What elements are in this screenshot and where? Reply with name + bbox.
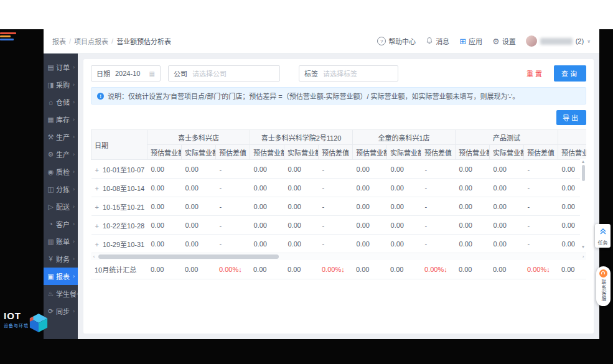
sidebar-item-warehouse[interactable]: ⌂仓储›	[44, 93, 78, 111]
chevron-right-icon: ›	[73, 116, 75, 123]
horizontal-scrollbar[interactable]: ‹ ›	[91, 253, 586, 260]
cell-value: 0.00	[250, 179, 284, 197]
cell-value: 0.00	[456, 235, 490, 253]
cell-value: -	[421, 160, 456, 179]
sidebar: ▤订单›◨采购›⌂仓储›▦库存›⚒生产›⚙生产›◉质检›◫分拣›▷配送›◔客户›…	[44, 54, 78, 339]
sidebar-item-sorting[interactable]: ◫分拣›	[44, 180, 78, 198]
breadcrumb-item[interactable]: 营业额预估分析表	[116, 36, 171, 46]
cell-value: -	[319, 197, 353, 216]
finance-icon: ¥	[47, 255, 55, 263]
cell-value: 0.00	[147, 179, 182, 197]
sidebar-menu: ▤订单›◨采购›⌂仓储›▦库存›⚒生产›⚙生产›◉质检›◫分拣›▷配送›◔客户›…	[44, 58, 78, 320]
sidebar-item-production-2[interactable]: ⚙生产›	[44, 146, 78, 163]
sidebar-item-reports[interactable]: ▣报表›	[44, 268, 78, 285]
sidebar-item-inventory[interactable]: ▦库存›	[44, 111, 78, 128]
export-button[interactable]: 导出	[556, 110, 586, 125]
sidebar-item-purchasing[interactable]: ◨采购›	[44, 76, 78, 93]
sidebar-item-label: 订单	[56, 62, 70, 72]
scroll-right-icon[interactable]: ›	[580, 253, 586, 260]
tag-label: 标签	[304, 68, 318, 78]
sidebar-item-finance[interactable]: ¥财务›	[44, 250, 78, 268]
row-period-cell[interactable]: +10-08至10-14	[91, 179, 147, 197]
expand-plus-icon[interactable]: +	[95, 203, 99, 211]
sidebar-item-student-meals[interactable]: ♨学生餐›	[44, 285, 78, 302]
cell-value: -	[524, 235, 558, 253]
sub-header: 实际营业额	[490, 145, 524, 160]
apps-button[interactable]: ⊞ 应用	[459, 36, 482, 46]
sidebar-item-delivery[interactable]: ▷配送›	[44, 198, 78, 215]
vertical-scrollbar[interactable]: ▲ ▼	[580, 159, 586, 250]
expand-plus-icon[interactable]: +	[95, 222, 99, 230]
user-menu[interactable]: (2) ∨	[526, 35, 591, 47]
gear-icon: ⚙	[492, 37, 500, 45]
vscroll-thumb[interactable]	[582, 165, 585, 181]
scroll-up-icon[interactable]: ▲	[581, 159, 586, 164]
row-period: 10-22至10-28	[103, 222, 144, 230]
summary-cell-value: 0.00	[181, 260, 215, 279]
messages-button[interactable]: 消息	[426, 36, 449, 46]
billing-icon: ▥	[47, 238, 55, 246]
app-body: ▤订单›◨采购›⌂仓储›▦库存›⚒生产›⚙生产›◉质检›◫分拣›▷配送›◔客户›…	[44, 54, 599, 339]
sub-header: 预估差值	[524, 145, 558, 160]
breadcrumb-item[interactable]: 项目点报表	[74, 36, 108, 46]
row-period-cell[interactable]: +10-15至10-21	[91, 197, 147, 216]
quality-icon: ◉	[47, 168, 55, 176]
settings-button[interactable]: ⚙ 设置	[492, 36, 516, 46]
cell-value: 0.00	[387, 216, 421, 235]
breadcrumb: 报表/项目点报表/营业额预估分析表	[52, 36, 171, 46]
cell-value: 0.00	[147, 160, 182, 179]
cell-value: -	[216, 160, 250, 179]
chevron-right-icon: ›	[73, 238, 75, 245]
sidebar-item-quality[interactable]: ◉质检›	[44, 163, 78, 180]
chevron-right-icon: ›	[73, 273, 75, 279]
scroll-down-icon[interactable]: ▼	[581, 244, 586, 250]
row-period-cell[interactable]: +10-01至10-07	[91, 160, 147, 179]
contact-service-button[interactable]: 联系客服	[596, 266, 611, 306]
company-select[interactable]: 公司 请选择公司	[168, 65, 280, 82]
chevron-right-icon: ›	[73, 203, 75, 210]
scroll-left-icon[interactable]: ‹	[91, 253, 97, 260]
hscroll-track[interactable]	[97, 254, 580, 259]
sidebar-item-label: 同步	[56, 306, 70, 316]
cell-value: 0.00	[284, 197, 319, 216]
sidebar-item-billing[interactable]: ▥账单›	[44, 233, 78, 250]
summary-cell-value: 0.00%↓	[318, 260, 352, 279]
sidebar-item-sync[interactable]: ⟳同步›	[44, 302, 78, 320]
expand-plus-icon[interactable]: +	[95, 166, 99, 174]
cell-value: 0.00	[353, 235, 387, 253]
help-center-button[interactable]: ? 帮助中心	[377, 36, 416, 46]
cube-logo-icon	[29, 312, 49, 337]
table-row: +10-22至10-280.000.00-0.000.00-0.000.00-0…	[91, 216, 587, 235]
sidebar-item-customers[interactable]: ◔客户›	[44, 215, 78, 233]
chevron-right-icon: ›	[73, 99, 75, 105]
hscroll-thumb[interactable]	[98, 254, 279, 259]
summary-cell-value: 0.00	[455, 260, 489, 279]
chevron-right-icon: ›	[73, 221, 75, 227]
cell-value: 0.00	[250, 235, 284, 253]
cell-value: 0.00	[490, 197, 524, 216]
reset-button[interactable]: 重置	[523, 65, 548, 82]
row-period-cell[interactable]: +10-22至10-28	[91, 216, 147, 235]
summary-cell-value: 0.00	[489, 260, 523, 279]
filter-bar: 日期 2024-10 ▦ 公司 请选择公司 标签 请选择标签	[91, 65, 586, 82]
summary-cell-value: 0.00	[386, 260, 421, 279]
cell-value: 0.00	[456, 197, 490, 216]
cell-value: 0.00	[182, 197, 216, 216]
sidebar-item-orders[interactable]: ▤订单›	[44, 58, 78, 76]
date-picker[interactable]: 日期 2024-10 ▦	[91, 65, 161, 82]
sidebar-item-label: 仓储	[56, 97, 70, 107]
cell-value: 0.00	[490, 235, 524, 253]
breadcrumb-item[interactable]: 报表	[52, 36, 66, 46]
task-float-button[interactable]: 任务	[595, 224, 611, 248]
expand-plus-icon[interactable]: +	[95, 185, 99, 192]
table-row: +10-15至10-210.000.00-0.000.00-0.000.00-0…	[91, 197, 587, 216]
report-table: 日期喜士多科兴店喜士多科兴科学院2号1120全童的亲科兴1店产品测试预估营业额实…	[91, 129, 586, 253]
sub-header: 预估营业额	[456, 145, 490, 160]
row-period-cell[interactable]: +10-29至10-31	[91, 235, 147, 253]
search-button[interactable]: 查询	[554, 65, 586, 82]
expand-plus-icon[interactable]: +	[95, 241, 99, 248]
tag-select[interactable]: 标签 请选择标签	[299, 65, 398, 82]
sidebar-item-production-1[interactable]: ⚒生产›	[44, 128, 78, 146]
cell-value: -	[216, 197, 250, 216]
sidebar-item-label: 账单	[56, 236, 70, 246]
